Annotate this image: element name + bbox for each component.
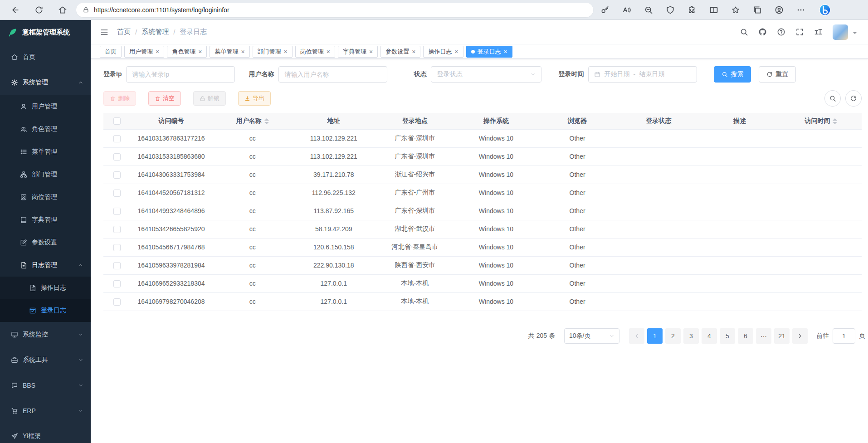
browser-home-icon[interactable] [58, 5, 67, 15]
export-button[interactable]: 导出 [238, 91, 271, 106]
close-tab-icon[interactable]: × [369, 49, 373, 55]
date-range-picker[interactable]: 开始日期 - 结束日期 [588, 66, 697, 83]
copilot-icon[interactable] [818, 3, 832, 17]
sort-carets-icon[interactable] [264, 118, 269, 124]
app-logo[interactable]: 意框架管理系统 [0, 20, 91, 44]
sidebar-item[interactable]: 菜单管理 [0, 141, 91, 163]
sidebar-item[interactable]: 系统管理 [0, 70, 91, 95]
sidebar-item[interactable]: ERP [0, 398, 91, 424]
browser-profile-icon[interactable] [775, 5, 784, 15]
sidebar-item[interactable]: 首页 [0, 44, 91, 70]
user-avatar[interactable] [833, 24, 848, 40]
browser-menu-icon[interactable] [796, 5, 805, 15]
row-checkbox[interactable] [113, 226, 121, 233]
back-icon[interactable] [11, 5, 20, 15]
help-icon[interactable] [777, 28, 785, 36]
reset-button[interactable]: 重置 [759, 66, 796, 83]
clear-button[interactable]: 清空 [148, 91, 181, 106]
search-button[interactable]: 搜索 [714, 66, 751, 83]
sidebar-item[interactable]: 岗位管理 [0, 186, 91, 209]
close-tab-icon[interactable]: × [504, 49, 507, 55]
row-checkbox[interactable] [113, 244, 121, 251]
sort-carets-icon[interactable] [833, 118, 837, 124]
status-select[interactable]: 登录状态 [431, 66, 541, 83]
row-checkbox[interactable] [113, 298, 121, 306]
select-all-header[interactable] [103, 113, 131, 129]
sidebar-item[interactable]: 登录日志 [0, 299, 91, 322]
reload-icon[interactable] [34, 5, 44, 15]
address-bar[interactable]: https://ccnetcore.com:1101/system/log/lo… [76, 3, 593, 17]
row-checkbox[interactable] [113, 280, 121, 287]
split-screen-icon[interactable] [709, 5, 718, 15]
tab[interactable]: 操作日志× [423, 46, 463, 58]
prev-page-button[interactable] [629, 328, 644, 344]
row-checkbox[interactable] [113, 153, 121, 161]
collections-icon[interactable] [753, 5, 762, 15]
sidebar-item[interactable]: BBS [0, 373, 91, 398]
tab[interactable]: 用户管理× [124, 46, 164, 58]
select-all-checkbox[interactable] [113, 117, 121, 125]
tab[interactable]: 登录日志× [466, 46, 512, 58]
read-aloud-icon[interactable] [622, 5, 631, 15]
close-tab-icon[interactable]: × [412, 49, 415, 55]
sidebar-item[interactable]: 系统工具 [0, 347, 91, 373]
row-checkbox[interactable] [113, 208, 121, 215]
toggle-search-button[interactable] [824, 90, 841, 107]
page-size-select[interactable]: 10条/页 [564, 328, 619, 344]
column-header[interactable]: 用户名称 [212, 113, 293, 129]
close-tab-icon[interactable]: × [198, 49, 202, 55]
site-info-lock-icon[interactable] [83, 6, 89, 13]
column-header[interactable]: 访问时间 [780, 113, 862, 129]
fullscreen-icon[interactable] [795, 28, 804, 36]
page-button[interactable]: 21 [774, 328, 790, 344]
tab[interactable]: 部门管理× [253, 46, 293, 58]
sidebar-item[interactable]: 用户管理 [0, 95, 91, 118]
goto-page-input[interactable] [833, 328, 855, 344]
row-checkbox[interactable] [113, 190, 121, 197]
sidebar-item[interactable]: 参数设置 [0, 231, 91, 254]
row-checkbox[interactable] [113, 171, 121, 179]
close-tab-icon[interactable]: × [241, 49, 244, 55]
more-pages-button[interactable]: ··· [756, 328, 771, 344]
sidebar-item[interactable]: Yi框架 [0, 424, 91, 443]
page-button[interactable]: 3 [683, 328, 699, 344]
sidebar-item[interactable]: 字典管理 [0, 209, 91, 231]
zoom-out-icon[interactable] [644, 5, 653, 15]
tab[interactable]: 首页 [100, 46, 122, 58]
key-icon[interactable] [600, 5, 610, 15]
sidebar-item[interactable]: 部门管理 [0, 163, 91, 186]
tab[interactable]: 菜单管理× [210, 46, 249, 58]
next-page-button[interactable] [792, 328, 808, 344]
sidebar-item[interactable]: 日志管理 [0, 254, 91, 277]
page-button[interactable]: 5 [720, 328, 735, 344]
tab[interactable]: 参数设置× [380, 46, 420, 58]
breadcrumb-home[interactable]: 首页 [117, 28, 131, 36]
sidebar-item[interactable]: 操作日志 [0, 277, 91, 299]
refresh-table-button[interactable] [845, 90, 862, 107]
close-tab-icon[interactable]: × [454, 49, 458, 55]
row-checkbox[interactable] [113, 262, 121, 269]
page-button[interactable]: 2 [665, 328, 681, 344]
security-shield-icon[interactable] [666, 5, 675, 15]
sidebar-item[interactable]: 系统监控 [0, 322, 91, 347]
breadcrumb-system[interactable]: 系统管理 [141, 28, 169, 36]
page-button[interactable]: 6 [738, 328, 753, 344]
user-name-input[interactable] [278, 66, 387, 83]
favorites-star-icon[interactable] [731, 5, 740, 15]
tab[interactable]: 字典管理× [338, 46, 378, 58]
sidebar-item[interactable]: 角色管理 [0, 118, 91, 141]
extensions-icon[interactable] [688, 5, 697, 15]
page-button[interactable]: 1 [647, 328, 663, 344]
font-size-icon[interactable] [814, 28, 823, 36]
tab[interactable]: 角色管理× [167, 46, 207, 58]
close-tab-icon[interactable]: × [156, 49, 159, 55]
close-tab-icon[interactable]: × [327, 49, 330, 55]
header-search-icon[interactable] [740, 28, 748, 36]
close-tab-icon[interactable]: × [284, 49, 288, 55]
avatar-caret-icon[interactable] [853, 32, 857, 36]
tab[interactable]: 岗位管理× [295, 46, 335, 58]
github-icon[interactable] [758, 28, 767, 36]
login-ip-input[interactable] [126, 66, 235, 83]
row-checkbox[interactable] [113, 135, 121, 142]
sidebar-collapse-icon[interactable] [100, 28, 109, 37]
